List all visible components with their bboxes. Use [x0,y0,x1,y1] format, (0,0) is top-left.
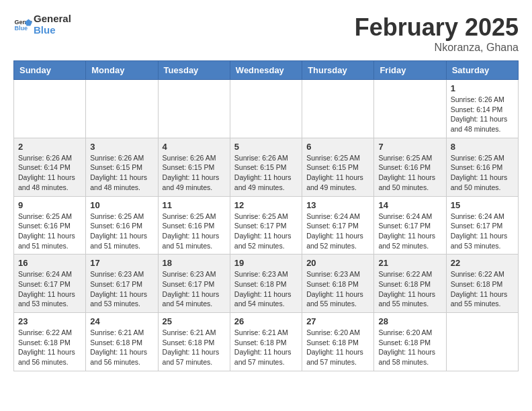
day-number: 6 [306,142,369,152]
day-info: Sunrise: 6:25 AM Sunset: 6:16 PM Dayligh… [18,212,81,251]
day-info: Sunrise: 6:20 AM Sunset: 6:18 PM Dayligh… [378,328,441,367]
calendar-cell: 4Sunrise: 6:26 AM Sunset: 6:15 PM Daylig… [158,138,230,196]
day-info: Sunrise: 6:25 AM Sunset: 6:15 PM Dayligh… [306,153,369,193]
day-number: 17 [90,258,153,268]
day-number: 9 [18,200,81,210]
day-number: 13 [306,200,369,210]
day-info: Sunrise: 6:24 AM Sunset: 6:17 PM Dayligh… [378,212,441,251]
col-sunday: Sunday [14,61,86,80]
day-number: 14 [378,200,441,210]
calendar-cell [374,80,446,138]
logo: General Blue General Blue [13,13,71,36]
calendar-table: Sunday Monday Tuesday Wednesday Thursday… [13,60,519,371]
day-info: Sunrise: 6:25 AM Sunset: 6:17 PM Dayligh… [234,212,298,251]
day-number: 10 [90,200,153,210]
calendar-week-row: 2Sunrise: 6:26 AM Sunset: 6:14 PM Daylig… [14,138,519,196]
calendar-cell [446,313,518,371]
calendar-cell: 27Sunrise: 6:20 AM Sunset: 6:18 PM Dayli… [302,313,374,371]
day-info: Sunrise: 6:21 AM Sunset: 6:18 PM Dayligh… [234,328,298,367]
day-info: Sunrise: 6:21 AM Sunset: 6:18 PM Dayligh… [90,328,153,367]
svg-text:Blue: Blue [14,25,28,32]
logo-icon: General Blue [13,15,32,34]
calendar-week-row: 9Sunrise: 6:25 AM Sunset: 6:16 PM Daylig… [14,196,519,255]
day-number: 2 [18,142,81,152]
col-thursday: Thursday [302,61,374,80]
calendar-cell: 2Sunrise: 6:26 AM Sunset: 6:14 PM Daylig… [14,138,86,196]
day-info: Sunrise: 6:22 AM Sunset: 6:18 PM Dayligh… [378,269,441,309]
calendar-cell: 16Sunrise: 6:24 AM Sunset: 6:17 PM Dayli… [14,255,86,313]
day-number: 24 [90,316,153,326]
month-year: February 2025 [355,13,519,42]
day-info: Sunrise: 6:23 AM Sunset: 6:17 PM Dayligh… [163,269,226,309]
day-number: 12 [234,200,298,210]
calendar-cell: 11Sunrise: 6:25 AM Sunset: 6:16 PM Dayli… [158,196,230,255]
day-number: 19 [234,258,298,268]
day-info: Sunrise: 6:22 AM Sunset: 6:18 PM Dayligh… [451,269,514,309]
calendar-cell [302,80,374,138]
day-info: Sunrise: 6:23 AM Sunset: 6:18 PM Dayligh… [234,269,298,309]
day-number: 3 [90,142,153,152]
day-number: 27 [306,316,369,326]
logo-general: General [34,13,71,25]
calendar-cell: 22Sunrise: 6:22 AM Sunset: 6:18 PM Dayli… [446,255,518,313]
calendar-cell: 15Sunrise: 6:24 AM Sunset: 6:17 PM Dayli… [446,196,518,255]
calendar-cell: 25Sunrise: 6:21 AM Sunset: 6:18 PM Dayli… [158,313,230,371]
calendar-cell: 21Sunrise: 6:22 AM Sunset: 6:18 PM Dayli… [374,255,446,313]
day-number: 22 [451,258,514,268]
calendar-cell: 13Sunrise: 6:24 AM Sunset: 6:17 PM Dayli… [302,196,374,255]
day-info: Sunrise: 6:25 AM Sunset: 6:16 PM Dayligh… [451,153,514,193]
day-number: 21 [378,258,441,268]
day-info: Sunrise: 6:26 AM Sunset: 6:14 PM Dayligh… [451,95,514,134]
day-info: Sunrise: 6:25 AM Sunset: 6:16 PM Dayligh… [90,212,153,251]
calendar-cell: 8Sunrise: 6:25 AM Sunset: 6:16 PM Daylig… [446,138,518,196]
day-number: 25 [163,316,226,326]
day-info: Sunrise: 6:23 AM Sunset: 6:17 PM Dayligh… [90,269,153,309]
day-number: 18 [163,258,226,268]
calendar-cell [86,80,158,138]
col-wednesday: Wednesday [230,61,302,80]
col-friday: Friday [374,61,446,80]
calendar-header-row: Sunday Monday Tuesday Wednesday Thursday… [14,61,519,80]
day-number: 8 [451,142,514,152]
logo-blue: Blue [34,25,71,36]
day-number: 16 [18,258,81,268]
calendar-week-row: 16Sunrise: 6:24 AM Sunset: 6:17 PM Dayli… [14,255,519,313]
day-info: Sunrise: 6:23 AM Sunset: 6:18 PM Dayligh… [306,269,369,309]
calendar-cell: 5Sunrise: 6:26 AM Sunset: 6:15 PM Daylig… [230,138,302,196]
col-tuesday: Tuesday [158,61,230,80]
calendar-cell: 28Sunrise: 6:20 AM Sunset: 6:18 PM Dayli… [374,313,446,371]
col-monday: Monday [86,61,158,80]
calendar-cell: 18Sunrise: 6:23 AM Sunset: 6:17 PM Dayli… [158,255,230,313]
calendar-cell: 1Sunrise: 6:26 AM Sunset: 6:14 PM Daylig… [446,80,518,138]
calendar-cell: 6Sunrise: 6:25 AM Sunset: 6:15 PM Daylig… [302,138,374,196]
calendar-cell: 7Sunrise: 6:25 AM Sunset: 6:16 PM Daylig… [374,138,446,196]
day-info: Sunrise: 6:25 AM Sunset: 6:16 PM Dayligh… [163,212,226,251]
calendar-cell: 14Sunrise: 6:24 AM Sunset: 6:17 PM Dayli… [374,196,446,255]
calendar-cell: 24Sunrise: 6:21 AM Sunset: 6:18 PM Dayli… [86,313,158,371]
calendar-cell: 17Sunrise: 6:23 AM Sunset: 6:17 PM Dayli… [86,255,158,313]
calendar-week-row: 23Sunrise: 6:22 AM Sunset: 6:18 PM Dayli… [14,313,519,371]
calendar-cell: 3Sunrise: 6:26 AM Sunset: 6:15 PM Daylig… [86,138,158,196]
calendar-cell: 19Sunrise: 6:23 AM Sunset: 6:18 PM Dayli… [230,255,302,313]
calendar-cell: 23Sunrise: 6:22 AM Sunset: 6:18 PM Dayli… [14,313,86,371]
day-info: Sunrise: 6:24 AM Sunset: 6:17 PM Dayligh… [18,269,81,309]
day-info: Sunrise: 6:26 AM Sunset: 6:15 PM Dayligh… [234,153,298,193]
day-number: 26 [234,316,298,326]
day-number: 1 [451,83,514,93]
calendar-cell [158,80,230,138]
day-info: Sunrise: 6:22 AM Sunset: 6:18 PM Dayligh… [18,328,81,367]
day-info: Sunrise: 6:26 AM Sunset: 6:15 PM Dayligh… [163,153,226,193]
day-info: Sunrise: 6:26 AM Sunset: 6:14 PM Dayligh… [18,153,81,193]
day-number: 11 [163,200,226,210]
calendar-week-row: 1Sunrise: 6:26 AM Sunset: 6:14 PM Daylig… [14,80,519,138]
day-info: Sunrise: 6:24 AM Sunset: 6:17 PM Dayligh… [451,212,514,251]
calendar-cell: 12Sunrise: 6:25 AM Sunset: 6:17 PM Dayli… [230,196,302,255]
month-title: February 2025 Nkoranza, Ghana [355,13,519,54]
calendar-cell [230,80,302,138]
day-number: 7 [378,142,441,152]
day-number: 20 [306,258,369,268]
calendar-cell: 9Sunrise: 6:25 AM Sunset: 6:16 PM Daylig… [14,196,86,255]
col-saturday: Saturday [446,61,518,80]
location: Nkoranza, Ghana [355,42,519,54]
day-number: 15 [451,200,514,210]
